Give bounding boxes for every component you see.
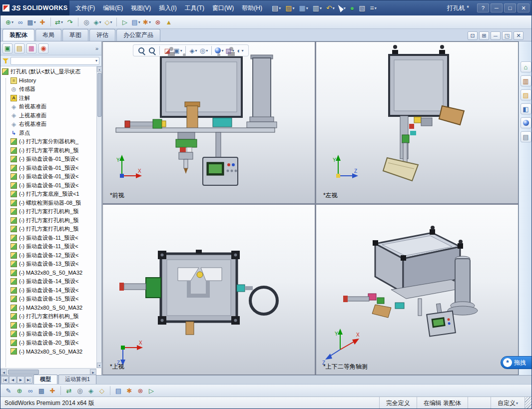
file-properties-icon[interactable]: ▧ ▾ — [357, 2, 367, 13]
tab-layout[interactable]: 布局 — [35, 29, 61, 41]
tree-item[interactable]: (-) 振动盘设备-20_预设< — [0, 339, 96, 348]
appearances-scenes-icon[interactable] — [521, 117, 532, 128]
select-cursor-icon[interactable]: ▾ — [338, 2, 347, 13]
tree-item[interactable]: (-) 振动盘设备-01_预设< — [0, 155, 96, 164]
tree-item[interactable]: (-) 振动盘设备-01_预设< — [0, 164, 96, 173]
bill-of-materials-icon[interactable]: ▤ ▾ — [131, 17, 141, 27]
zoom-fit-icon[interactable]: ▾ — [136, 45, 146, 55]
undo-icon[interactable]: ↶ ▾ — [325, 2, 336, 13]
tree-item[interactable]: (-) MA32x80_S_50_MA32 — [0, 304, 96, 313]
toolbar-separator[interactable]: ▾ — [185, 46, 186, 55]
displaymanager-icon[interactable]: ◉ — [38, 43, 48, 53]
tree-root-item[interactable]: 打孔机 (默认<默认_显示状态 — [0, 67, 96, 76]
reference-geometry-icon[interactable]: ◇ — [97, 386, 107, 396]
move-component-icon[interactable]: ⇄ ▾ — [54, 17, 64, 27]
menu-edit[interactable]: 编辑(E) — [99, 0, 127, 15]
tree-item[interactable]: (-) MA32x80_S_50_MA32 — [0, 269, 96, 278]
menu-insert[interactable]: 插入(I) — [155, 0, 180, 15]
insert-components-icon[interactable]: ⊕ — [14, 386, 24, 396]
minimize-button[interactable]: ─ — [491, 3, 503, 12]
open-icon[interactable]: ▨ ▾ — [284, 2, 296, 13]
tree-item[interactable]: 右视基准面 — [0, 120, 96, 129]
section-view-icon[interactable]: ◪ ▾ — [162, 45, 172, 55]
solidworks-resources-icon[interactable]: ⌂ — [521, 61, 532, 72]
tree-item[interactable]: History — [0, 76, 96, 85]
tree-item[interactable]: (-) 振动盘设备-11_预设< — [0, 242, 96, 251]
tab-office-products[interactable]: 办公室产品 — [116, 29, 160, 41]
minimize-window-icon[interactable]: ─ — [491, 31, 501, 40]
front-view-drawing[interactable]: Y X — [103, 42, 315, 203]
tab-assembly[interactable]: 装配体 — [2, 29, 34, 41]
tree-item[interactable]: (-) 振动盘设备-19_预设< — [0, 330, 96, 339]
tree-item[interactable]: (-) 振动盘设备-01_预设< — [0, 181, 96, 190]
interference-detection-icon[interactable]: ⊗ — [135, 386, 145, 396]
tab-evaluate[interactable]: 评估 — [89, 29, 115, 41]
top-view-drawing[interactable]: X Z — [103, 205, 315, 375]
propertymanager-icon[interactable]: ▤ — [14, 43, 24, 53]
close-button[interactable]: ✕ — [518, 3, 530, 12]
tree-item[interactable]: (-) 振动盘设备-14_预设< — [0, 286, 96, 295]
tree-item[interactable]: (-) 振动盘设备-14_预设< — [0, 277, 96, 286]
menu-file[interactable]: 文件(F) — [71, 0, 99, 15]
tree-item[interactable]: (-) 打孔方案分割器机构_ — [0, 137, 96, 146]
panel-expand-chevron[interactable]: » — [95, 45, 99, 51]
tree-item[interactable]: (-) 打孔方案底座_预设<1 — [0, 190, 96, 199]
rotate-component-icon[interactable]: ↷ ▾ — [65, 17, 75, 27]
custom-properties-icon[interactable]: ▤ — [521, 131, 532, 142]
tree-item[interactable]: (-) 打孔方案挡料机构_预 — [0, 312, 96, 321]
tree-item[interactable]: (-) 打孔方案平震机构_预 — [0, 146, 96, 155]
scrollbar-thumb[interactable] — [8, 370, 39, 375]
prev-tab-button[interactable]: ◀ — [9, 376, 16, 384]
scroll-left-button[interactable]: ◀ — [0, 369, 7, 375]
status-editing[interactable]: 在编辑 装配体 ▾ — [417, 397, 468, 409]
view-orientation-icon[interactable]: ▣ ▾ — [173, 45, 183, 55]
first-tab-button[interactable]: |◀ — [1, 376, 8, 384]
tree-item[interactable]: (-) 振动盘设备-15_预设< — [0, 295, 96, 304]
chevron-down-icon[interactable]: ▾ — [95, 58, 97, 63]
toolbar-separator[interactable]: ▾ — [78, 17, 78, 26]
restore-window-icon[interactable]: ◳ — [502, 31, 512, 40]
scrollbar-thumb[interactable] — [97, 73, 101, 117]
motion-study-icon[interactable]: ▷ — [146, 386, 156, 396]
toolbar-separator[interactable]: ▾ — [159, 46, 160, 55]
viewport-single-icon[interactable]: ⊡ — [468, 31, 478, 40]
viewport-four-icon[interactable]: ⊞ — [479, 31, 489, 40]
filter-funnel-icon[interactable] — [2, 58, 8, 64]
toolbar-separator[interactable]: ▾ — [116, 17, 117, 26]
tree-item[interactable]: (-) 振动盘设备-01_预设< — [0, 172, 96, 181]
tree-item[interactable]: (-) 振动盘设备-19_预设< — [0, 321, 96, 330]
zoom-area-icon[interactable]: ▾ — [147, 45, 157, 55]
bill-of-materials-icon[interactable]: ▤ — [113, 386, 123, 396]
tree-item[interactable]: 原点 — [0, 129, 96, 138]
next-tab-button[interactable]: ▶ — [17, 376, 24, 384]
apply-scene-icon[interactable]: ▨ ▾ — [225, 45, 235, 55]
move-component-icon[interactable]: ⇄ — [64, 386, 74, 396]
viewport-top[interactable]: X Z *上视 — [103, 205, 315, 375]
scroll-up-button[interactable]: ▴ — [97, 66, 102, 72]
component-pattern-icon[interactable]: ▩ — [36, 386, 46, 396]
tree-item[interactable]: 前视基准面 — [0, 102, 96, 111]
tree-item[interactable]: (-) 打孔方案打孔机构_预 — [0, 207, 96, 216]
file-explorer-icon[interactable]: ▨ — [521, 89, 532, 100]
resize-grip[interactable] — [525, 397, 532, 409]
show-hidden-components-icon[interactable]: ◎ ▾ — [81, 17, 91, 27]
drag-hint-chip[interactable]: * 拖拽 — [501, 356, 532, 369]
mate-icon[interactable]: ∞ ▾ — [15, 17, 25, 27]
tree-horizontal-scrollbar[interactable]: ◀ ▶ — [0, 368, 96, 375]
featuremanager-tree-icon[interactable]: ▣ — [2, 43, 12, 53]
tree-item[interactable]: 上视基准面 — [0, 111, 96, 120]
menu-view[interactable]: 视图(V) — [127, 0, 155, 15]
status-blank[interactable]: ▾ — [468, 397, 491, 409]
tree-vertical-scrollbar[interactable]: ▴ ▾ — [96, 66, 101, 368]
toolbar-separator[interactable]: ▾ — [50, 17, 51, 26]
tab-model[interactable]: 模型 — [33, 375, 57, 384]
interference-detection-icon[interactable]: ⊗ ▾ — [153, 17, 163, 27]
tab-sketch[interactable]: 草图 — [62, 29, 88, 41]
left-view-drawing[interactable]: Y Z — [316, 42, 518, 203]
linear-component-pattern-icon[interactable]: ▩ ▾ — [26, 17, 36, 27]
maximize-button[interactable]: □ — [504, 3, 516, 12]
show-hidden-components-icon[interactable]: ◎ — [75, 386, 85, 396]
configurationmanager-icon[interactable]: ▦ — [26, 43, 36, 53]
edit-appearance-icon[interactable]: ▾ — [214, 45, 224, 55]
help-button[interactable]: ? — [477, 3, 489, 12]
